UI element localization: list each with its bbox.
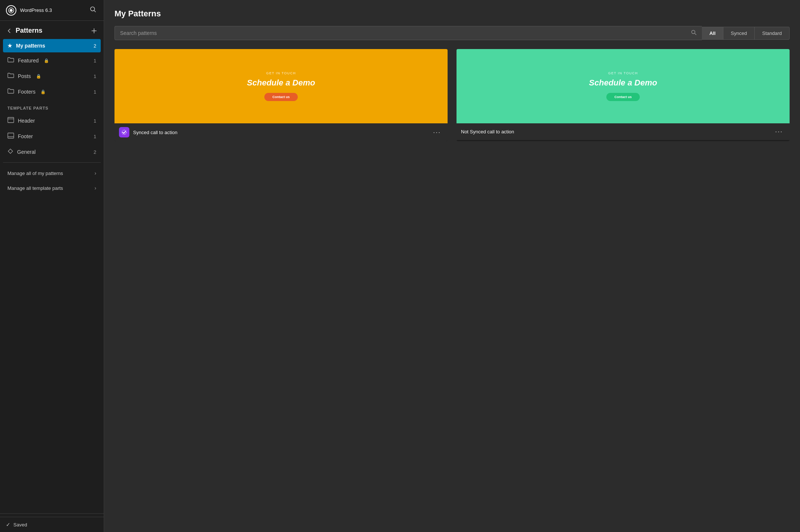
sidebar-footer: ✓ Saved [0,517,104,532]
general-label: General [17,149,36,155]
header-count: 1 [94,118,96,124]
featured-label: Featured [18,58,39,64]
footer-tp-count: 1 [94,134,96,139]
sidebar-item-footer-tp[interactable]: Footer 1 [3,129,101,144]
pattern-meta-not-synced: Not Synced call to action ··· [457,123,790,140]
add-pattern-button[interactable] [90,27,98,35]
pattern-preview-synced[interactable]: GET IN TOUCH Schedule a Demo Contact us [114,49,448,123]
filter-tabs: All Synced Standard [702,27,790,40]
get-in-touch-label-2: GET IN TOUCH [589,71,657,75]
synced-pattern-name: Synced call to action [133,130,177,135]
pattern-card-synced-cta: GET IN TOUCH Schedule a Demo Contact us … [114,49,448,141]
sidebar: WordPress 6.3 Patterns ★ My patte [0,0,104,532]
patterns-toolbar: All Synced Standard [114,26,790,40]
search-magnifier-icon [691,29,697,37]
lock-icon-posts: 🔒 [36,74,41,79]
sidebar-title: Patterns [16,27,90,35]
main-content: My Patterns All Synced Standard GET IN T… [104,0,800,532]
svg-point-1 [91,7,95,11]
wp-version-label: WordPress 6.3 [20,7,52,13]
pattern-preview-not-synced[interactable]: GET IN TOUCH Schedule a Demo Contact us [457,49,790,123]
not-synced-pattern-name: Not Synced call to action [461,129,514,134]
chevron-right-icon-2: › [94,185,96,191]
not-synced-pattern-more-button[interactable]: ··· [773,127,785,136]
my-patterns-label: My patterns [16,43,45,49]
manage-patterns-link[interactable]: Manage all of my patterns › [3,166,101,181]
patterns-grid: GET IN TOUCH Schedule a Demo Contact us … [114,49,790,141]
sidebar-navigation: ★ My patterns 2 Featured 🔒 1 [0,39,104,510]
check-icon: ✓ [6,522,10,528]
get-in-touch-label-1: GET IN TOUCH [247,71,315,75]
sidebar-item-featured[interactable]: Featured 🔒 1 [3,53,101,68]
svg-line-8 [695,33,696,35]
chevron-right-icon: › [94,170,96,176]
posts-label: Posts [18,73,31,79]
svg-rect-3 [8,117,14,123]
filter-tab-synced[interactable]: Synced [723,27,755,40]
contact-btn-2[interactable]: Contact us [606,93,640,101]
svg-point-7 [692,30,695,34]
footer-tp-label: Footer [18,133,33,139]
headline-1: Schedule a Demo [247,78,315,88]
headline-2: Schedule a Demo [589,78,657,88]
featured-count: 1 [94,58,96,64]
wp-logo-area: WordPress 6.3 [6,5,52,16]
search-top-button[interactable] [88,4,98,16]
general-count: 2 [94,149,96,155]
sidebar-item-general[interactable]: General 2 [3,145,101,159]
sidebar-top-bar: WordPress 6.3 [0,0,104,21]
pattern-meta-synced: Synced call to action ··· [114,123,448,141]
back-button[interactable] [6,27,13,34]
contact-btn-1[interactable]: Contact us [264,93,298,101]
footers-label: Footers [18,89,35,95]
synced-pattern-more-button[interactable]: ··· [431,128,443,137]
filter-tab-standard[interactable]: Standard [755,27,790,40]
sidebar-section-header: Patterns [0,21,104,39]
header-label: Header [18,118,35,124]
folder-icon-footers [7,88,14,95]
main-title: My Patterns [114,9,790,19]
star-icon: ★ [7,43,12,49]
posts-count: 1 [94,74,96,79]
footer-icon [7,133,14,140]
folder-icon-featured [7,57,14,64]
manage-patterns-label: Manage all of my patterns [7,171,63,176]
filter-tab-all[interactable]: All [702,27,723,40]
footers-count: 1 [94,89,96,95]
lock-icon-featured: 🔒 [44,58,49,63]
my-patterns-count: 2 [94,43,96,49]
diamond-icon [7,148,13,156]
sidebar-item-footers[interactable]: Footers 🔒 1 [3,84,101,99]
sidebar-item-header[interactable]: Header 1 [3,113,101,128]
synced-pattern-icon [119,127,129,137]
sidebar-item-posts[interactable]: Posts 🔒 1 [3,69,101,84]
sidebar-item-my-patterns[interactable]: ★ My patterns 2 [3,39,101,52]
saved-status: Saved [13,522,27,528]
sidebar-divider-1 [3,162,101,163]
svg-rect-5 [8,133,14,138]
wp-logo [6,5,16,16]
header-icon [7,117,14,124]
manage-template-parts-label: Manage all template parts [7,185,63,191]
template-parts-section-label: Template Parts [3,100,101,113]
manage-template-parts-link[interactable]: Manage all template parts › [3,181,101,195]
sidebar-divider-2 [0,513,104,514]
folder-icon-posts [7,72,14,80]
search-box [114,26,702,40]
svg-line-2 [94,11,96,12]
pattern-card-not-synced-cta: GET IN TOUCH Schedule a Demo Contact us … [457,49,790,141]
search-patterns-input[interactable] [120,30,688,36]
lock-icon-footers: 🔒 [41,90,46,94]
